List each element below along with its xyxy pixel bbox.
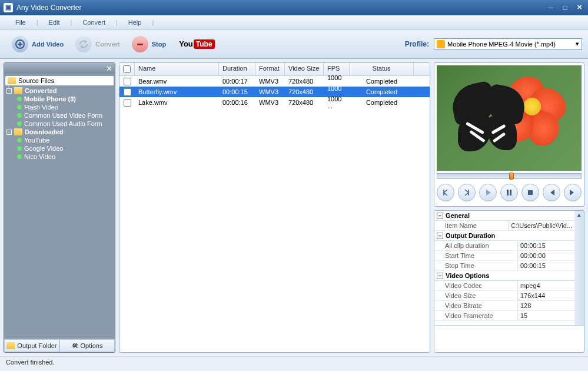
cell-duration: 00:00:17 (219, 77, 255, 85)
bullet-icon (17, 105, 22, 110)
convert-button[interactable]: Convert (69, 34, 126, 55)
property-value[interactable]: 128 (518, 301, 574, 310)
stop-playback-button[interactable] (521, 184, 539, 201)
collapse-icon[interactable]: − (437, 273, 443, 279)
cell-video-size: 720x480 (285, 88, 324, 96)
file-grid: Name Duration Format Video Size FPS Stat… (119, 62, 430, 353)
close-button[interactable]: ✕ (574, 4, 584, 12)
tree-group[interactable]: −Downloaded (5, 128, 114, 136)
row-checkbox[interactable] (119, 88, 135, 97)
profile-label: Profile: (405, 40, 429, 48)
property-value[interactable]: 00:00:15 (518, 241, 574, 250)
seek-bar[interactable] (437, 173, 582, 179)
mark-in-button[interactable] (437, 184, 454, 201)
property-row[interactable]: Start Time00:00:00 (434, 251, 574, 261)
cell-duration: 00:00:16 (219, 98, 255, 107)
row-checkbox[interactable] (119, 98, 135, 107)
menu-help[interactable]: Help (120, 17, 150, 28)
collapse-icon[interactable]: − (437, 213, 443, 219)
property-row[interactable]: Video Codecmpeg4 (434, 281, 574, 291)
profile-select[interactable]: Mobile Phone MPEG-4 Movie (*.mp4) ▾ (434, 38, 582, 50)
folder-icon (6, 342, 15, 349)
grid-header-name[interactable]: Name (135, 63, 219, 75)
cell-status: Completed (350, 88, 414, 96)
tree-item[interactable]: YouTube (16, 136, 114, 144)
add-video-icon (12, 36, 28, 52)
table-row[interactable]: Butterfly.wmv 00:00:15 WMV3 720x480 1000… (119, 87, 430, 97)
folder-icon (8, 77, 16, 84)
tree-item[interactable]: Mobile Phone (3) (16, 95, 114, 103)
minimize-button[interactable]: ─ (546, 4, 556, 12)
next-button[interactable] (564, 184, 582, 201)
tree-root-source-files[interactable]: Source Files (5, 76, 114, 85)
menu-edit[interactable]: Edit (41, 17, 68, 28)
property-value[interactable]: 00:00:15 (518, 261, 574, 270)
menu-convert[interactable]: Convert (74, 17, 114, 28)
table-row[interactable]: Bear.wmv 00:00:17 WMV3 720x480 1000 ... … (119, 76, 430, 87)
play-button[interactable] (479, 184, 497, 201)
tree-item[interactable]: Flash Video (16, 103, 114, 111)
tree-item[interactable]: Google Video (16, 144, 114, 153)
pause-button[interactable] (500, 184, 518, 201)
properties-scrollbar[interactable]: ▴ (574, 211, 584, 325)
property-row[interactable]: All clip duration00:00:15 (434, 241, 574, 251)
property-key: All clip duration (434, 241, 518, 250)
cell-format: WMV3 (255, 77, 285, 85)
property-row[interactable]: Video Bitrate128 (434, 301, 574, 311)
property-section-header[interactable]: −Video Options (434, 271, 574, 281)
row-checkbox[interactable] (119, 77, 135, 86)
tree-item[interactable]: Common Used Audio Form (16, 120, 114, 128)
collapse-icon[interactable]: − (437, 233, 443, 239)
svg-rect-4 (528, 190, 533, 195)
property-value[interactable]: 15 (518, 311, 574, 320)
add-video-button[interactable]: Add Video (6, 34, 69, 55)
bullet-icon (17, 146, 22, 151)
tree-item[interactable]: Nico Video (16, 153, 114, 161)
cell-fps: 1000 ... (324, 95, 350, 110)
collapse-icon[interactable]: − (6, 130, 12, 135)
options-button[interactable]: 🛠 Options (59, 339, 115, 352)
seek-handle[interactable] (509, 173, 514, 180)
preview-image (437, 65, 582, 171)
grid-header-duration[interactable]: Duration (219, 63, 255, 75)
status-bar: Convert finished. (0, 356, 588, 369)
table-row[interactable]: Lake.wmv 00:00:16 WMV3 720x480 1000 ... … (119, 97, 430, 108)
property-section-header[interactable]: −Output Duration (434, 231, 574, 241)
cell-duration: 00:00:15 (219, 88, 255, 96)
youtube-button[interactable]: You Tube (179, 39, 214, 49)
tree-group[interactable]: −Converted (5, 87, 114, 95)
mark-out-button[interactable] (458, 184, 476, 201)
property-row[interactable]: Video Framerate15 (434, 311, 574, 321)
youtube-you-text: You (179, 39, 193, 48)
property-value[interactable]: C:\Users\Public\Vid... (509, 221, 574, 230)
output-folder-button[interactable]: Output Folder (4, 339, 59, 352)
property-row[interactable]: Item NameC:\Users\Public\Vid... (434, 221, 574, 231)
grid-header-status[interactable]: Status (350, 63, 414, 75)
maximize-button[interactable]: □ (560, 4, 570, 12)
svg-rect-3 (510, 190, 511, 196)
property-row[interactable]: Video Size176x144 (434, 291, 574, 301)
menu-bar: File | Edit | Convert | Help | (0, 15, 588, 29)
property-value[interactable]: mpeg4 (518, 281, 574, 290)
property-value[interactable]: 176x144 (518, 291, 574, 300)
convert-icon (75, 36, 92, 52)
property-row[interactable]: Stop Time00:00:15 (434, 261, 574, 271)
property-section-header[interactable]: −General (434, 211, 574, 221)
sidebar-close-icon[interactable]: ✕ (106, 64, 112, 73)
collapse-icon[interactable]: − (6, 88, 12, 94)
tree-item[interactable]: Common Used Video Form (16, 111, 114, 120)
folder-icon (14, 87, 22, 94)
youtube-tube-text: Tube (194, 39, 215, 49)
grid-header-checkbox[interactable] (119, 63, 135, 75)
grid-header-video-size[interactable]: Video Size (285, 63, 324, 75)
title-bar: ▣ Any Video Converter ─ □ ✕ (0, 0, 588, 15)
menu-file[interactable]: File (7, 17, 34, 28)
prev-button[interactable] (543, 184, 560, 201)
grid-header-format[interactable]: Format (255, 63, 285, 75)
stop-button[interactable]: Stop (126, 34, 172, 55)
source-tree: Source Files −ConvertedMobile Phone (3)F… (4, 74, 115, 339)
property-value[interactable]: 00:00:00 (518, 251, 574, 260)
cell-name: Bear.wmv (135, 77, 219, 85)
status-text: Convert finished. (6, 359, 55, 366)
properties-panel: −GeneralItem NameC:\Users\Public\Vid...−… (434, 210, 584, 353)
